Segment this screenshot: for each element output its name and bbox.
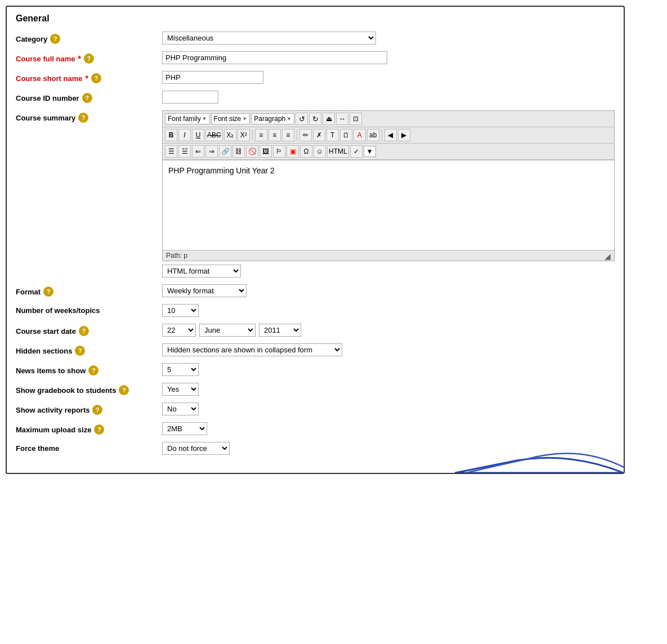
highlight-button[interactable]: ab: [367, 129, 379, 141]
format-select[interactable]: Weekly format Topics format Social forma…: [162, 284, 247, 297]
start-date-row: Course start date ? 22 June JanuaryFebru…: [16, 324, 615, 337]
unlink-button[interactable]: 🚫: [246, 145, 258, 158]
align-center-button[interactable]: ≡: [268, 129, 281, 141]
activity-reports-row: Show activity reports ? No Yes: [16, 402, 615, 415]
course-id-number-input[interactable]: [162, 91, 218, 104]
align-left-button[interactable]: ≡: [255, 129, 267, 141]
news-items-label: News items to show ?: [16, 363, 162, 375]
hidden-sections-select[interactable]: Hidden sections are shown in collapsed f…: [162, 343, 342, 356]
gradebook-select[interactable]: Yes No: [162, 383, 199, 396]
italic-button[interactable]: I: [178, 129, 191, 141]
text-color-button[interactable]: T: [326, 129, 339, 141]
gradebook-help-icon[interactable]: ?: [119, 385, 129, 395]
insert-special-char-button[interactable]: Ω: [300, 145, 312, 158]
course-full-name-help-icon[interactable]: ?: [84, 53, 94, 64]
date-group: 22 June JanuaryFebruaryMarch AprilMayJul…: [162, 324, 615, 337]
redo-button[interactable]: ↻: [309, 113, 321, 125]
outdent-button[interactable]: ⇐: [192, 145, 204, 158]
category-select[interactable]: Miscellaneous: [162, 32, 376, 44]
upload-size-select[interactable]: 2MB 5MB 10MB 50MB: [162, 422, 207, 435]
clear-format-button[interactable]: ✏: [299, 129, 312, 141]
editor-path-bar: Path: p ◢: [163, 250, 614, 261]
news-items-help-icon[interactable]: ?: [88, 365, 99, 375]
course-short-name-row: Course short name* ?: [16, 71, 615, 84]
course-summary-help-icon[interactable]: ?: [78, 113, 88, 123]
hidden-sections-help-icon[interactable]: ?: [75, 346, 85, 356]
format-control: Weekly format Topics format Social forma…: [162, 284, 615, 297]
html-view-button[interactable]: HTML: [327, 145, 349, 158]
force-theme-select[interactable]: Do not force: [162, 442, 230, 455]
indent-button[interactable]: ⇒: [205, 145, 218, 158]
toolbar-row-2: B I U ABC X₂ X² ≡ ≡ ≡ ✏ ✗ T 🗋 A ab: [163, 127, 614, 144]
weeks-label: Number of weeks/topics: [16, 304, 162, 315]
start-date-help-icon[interactable]: ?: [79, 326, 89, 336]
paragraph-dropdown[interactable]: Paragraph ▼: [251, 113, 294, 124]
year-select[interactable]: 2011 20102012: [259, 324, 301, 337]
remove-format-button[interactable]: ✗: [313, 129, 325, 141]
resize-handle-icon[interactable]: ◢: [605, 252, 611, 261]
font-color-button[interactable]: A: [353, 129, 366, 141]
upload-size-help-icon[interactable]: ?: [94, 424, 104, 435]
align-right-button[interactable]: ≡: [282, 129, 294, 141]
course-summary-row: Course summary ? Font family ▼ Font size…: [16, 110, 615, 278]
course-full-name-input[interactable]: [162, 51, 387, 64]
bullet-list-button[interactable]: ☰: [165, 145, 177, 158]
course-short-name-help-icon[interactable]: ?: [91, 73, 101, 83]
general-section: General Category ? Miscellaneous Course …: [6, 6, 625, 474]
undo-button[interactable]: ↺: [296, 113, 308, 125]
month-select[interactable]: June JanuaryFebruaryMarch AprilMayJuly A…: [199, 324, 256, 337]
ordered-list-button[interactable]: ☱: [178, 145, 191, 158]
format-label: Format ?: [16, 284, 162, 297]
subscript-button[interactable]: X₂: [224, 129, 236, 141]
font-size-dropdown[interactable]: Font size ▼: [211, 113, 250, 124]
insert-flash-button[interactable]: ▣: [287, 145, 299, 158]
rtl-button[interactable]: ▶: [398, 129, 410, 141]
font-family-dropdown[interactable]: Font family ▼: [165, 113, 210, 124]
superscript-button[interactable]: X²: [238, 129, 250, 141]
bold-button[interactable]: B: [165, 129, 177, 141]
strikethrough-button[interactable]: ABC: [205, 129, 223, 141]
toolbar-row-3: ☰ ☱ ⇐ ⇒ 🔗 ⛓ 🚫 🖼 🏳 ▣ Ω ☺ HTML ✓ ▼: [163, 144, 614, 160]
force-theme-label: Force theme: [16, 442, 162, 453]
format-row: Format ? Weekly format Topics format Soc…: [16, 284, 615, 297]
html-format-select[interactable]: HTML format: [162, 265, 241, 278]
section-title: General: [16, 14, 615, 24]
course-full-name-control: [162, 51, 615, 64]
weeks-row: Number of weeks/topics 10 1234 5678 9111…: [16, 304, 615, 317]
preview-button[interactable]: ✓: [350, 145, 362, 158]
course-full-name-label: Course full name* ?: [16, 51, 162, 64]
insert-media-button[interactable]: 🏳: [273, 145, 285, 158]
category-row: Category ? Miscellaneous: [16, 32, 615, 44]
editor-path-text: Path: p: [166, 252, 187, 260]
course-id-number-control: [162, 91, 615, 104]
course-short-name-input[interactable]: [162, 71, 263, 84]
activity-reports-label: Show activity reports ?: [16, 402, 162, 415]
insert-edit-button[interactable]: 🗋: [340, 129, 352, 141]
day-select[interactable]: 22: [162, 324, 196, 337]
news-items-select[interactable]: 5 0123 4678 910: [162, 363, 199, 376]
category-help-icon[interactable]: ?: [50, 34, 60, 44]
more-button[interactable]: ▼: [364, 146, 376, 157]
underline-button[interactable]: U: [192, 129, 204, 141]
gradebook-control: Yes No: [162, 383, 615, 396]
course-id-number-help-icon[interactable]: ?: [82, 93, 92, 103]
category-label: Category ?: [16, 32, 162, 44]
weeks-select[interactable]: 10 1234 5678 91112: [162, 304, 199, 317]
insert-image-button[interactable]: 🖼: [259, 145, 272, 158]
ltr-button[interactable]: ◀: [384, 129, 397, 141]
insert-link-button[interactable]: 🔗: [219, 145, 231, 158]
toggle-char-button[interactable]: ↔: [336, 113, 348, 125]
hidden-sections-control: Hidden sections are shown in collapsed f…: [162, 343, 615, 356]
toolbar-sep-3: [382, 129, 382, 141]
find-replace-button[interactable]: ⏏: [323, 113, 335, 125]
format-help-icon[interactable]: ?: [43, 287, 53, 297]
news-items-row: News items to show ? 5 0123 4678 910: [16, 363, 615, 376]
course-id-number-label: Course ID number ?: [16, 91, 162, 103]
activity-reports-select[interactable]: No Yes: [162, 402, 199, 415]
activity-reports-help-icon[interactable]: ?: [92, 405, 102, 415]
editor-content-area[interactable]: PHP Programming Unit Year 2: [163, 160, 614, 250]
emoticon-button[interactable]: ☺: [314, 145, 326, 158]
course-id-number-row: Course ID number ?: [16, 91, 615, 104]
fullscreen-button[interactable]: ⊡: [350, 113, 362, 125]
insert-link-2-button[interactable]: ⛓: [232, 145, 245, 158]
